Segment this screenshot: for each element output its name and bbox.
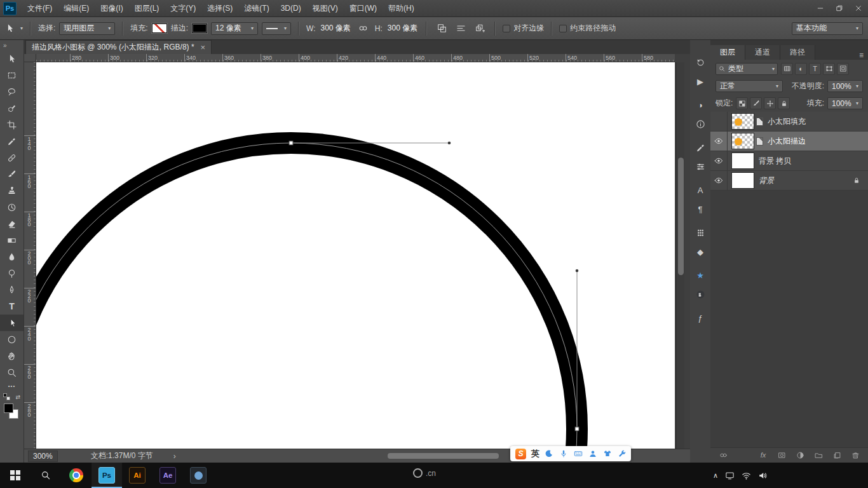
shape-filter-button[interactable] xyxy=(823,63,835,75)
zoom-tool[interactable] xyxy=(0,364,24,381)
eyedropper-tool[interactable] xyxy=(0,133,24,149)
vertical-scrollbar[interactable] xyxy=(676,62,684,449)
panel-tab[interactable]: 通道 xyxy=(745,45,780,60)
layer-visibility-toggle[interactable] xyxy=(710,151,728,170)
layer-thumbnail[interactable] xyxy=(731,133,754,149)
ime-language-indicator[interactable]: 英 xyxy=(531,448,539,459)
link-layers-button[interactable] xyxy=(717,449,729,462)
type-filter-button[interactable]: T xyxy=(809,63,821,75)
network-icon[interactable] xyxy=(742,471,751,480)
behance-panel-icon[interactable] xyxy=(692,286,709,302)
layer-filter-type-dropdown[interactable]: 类型 ▾ xyxy=(715,63,778,75)
skin-icon[interactable] xyxy=(603,449,612,458)
panel-menu-icon[interactable]: ≡ xyxy=(859,51,864,60)
layer-visibility-toggle[interactable] xyxy=(710,171,728,190)
opacity-dropdown[interactable]: 100% ▾ xyxy=(827,80,863,92)
layer-thumbnail[interactable] xyxy=(731,152,754,169)
new-layer-button[interactable] xyxy=(831,449,843,462)
width-input[interactable]: 300 像素 xyxy=(320,23,352,34)
menu-item[interactable]: 窗口(W) xyxy=(344,0,383,17)
new-group-button[interactable] xyxy=(812,449,825,462)
path-operations-button[interactable] xyxy=(434,22,449,36)
menu-item[interactable]: 滤镜(T) xyxy=(238,0,275,17)
move-tool[interactable] xyxy=(0,50,24,67)
glyphs-panel-icon[interactable]: ƒ xyxy=(692,309,709,326)
volume-icon[interactable] xyxy=(758,471,768,480)
adjustment-filter-button[interactable]: ◐ xyxy=(795,63,807,75)
layer-name[interactable]: 背景 xyxy=(759,175,774,186)
layer-row[interactable]: 小太阳填充 xyxy=(710,112,868,132)
character-panel-icon[interactable]: A xyxy=(692,182,709,198)
layer-name[interactable]: 小太阳描边 xyxy=(768,136,806,147)
dev-tool-taskbar-button[interactable] xyxy=(183,463,214,488)
delete-layer-button[interactable] xyxy=(849,449,862,462)
start-taskbar-button[interactable] xyxy=(0,463,31,488)
dodge-tool[interactable] xyxy=(0,265,24,281)
menu-item[interactable]: 文字(Y) xyxy=(165,0,201,17)
constrain-path-checkbox[interactable]: 约束路径拖动 xyxy=(559,23,616,34)
layer-row[interactable]: 背景 xyxy=(710,171,868,191)
lock-all-button[interactable] xyxy=(778,97,790,109)
moon-icon[interactable] xyxy=(545,449,553,458)
toolbox-icon[interactable] xyxy=(618,449,627,458)
properties-panel-icon[interactable] xyxy=(692,158,709,175)
menu-item[interactable]: 选择(S) xyxy=(201,0,238,17)
layer-name[interactable]: 小太阳填充 xyxy=(768,116,806,127)
history-brush-tool[interactable] xyxy=(0,199,24,215)
menu-item[interactable]: 文件(F) xyxy=(22,0,58,17)
pen-tool[interactable] xyxy=(0,281,24,298)
link-dimensions-icon[interactable] xyxy=(356,22,371,36)
menu-item[interactable]: 图像(I) xyxy=(95,0,128,17)
minimize-button[interactable] xyxy=(811,0,830,17)
menu-item[interactable]: 帮助(H) xyxy=(383,0,420,17)
lock-transparency-button[interactable] xyxy=(736,97,748,109)
info-panel-icon[interactable] xyxy=(692,116,709,132)
styles-panel-icon[interactable]: ◆ xyxy=(692,243,709,260)
swap-colors-icon[interactable]: ⇄ xyxy=(15,394,20,400)
pixel-filter-button[interactable] xyxy=(781,63,793,75)
path-arrangement-button[interactable] xyxy=(472,22,487,36)
layer-style-button[interactable]: fx xyxy=(757,449,770,462)
default-colors-icon[interactable] xyxy=(3,393,10,400)
select-mode-dropdown[interactable]: 现用图层 ▾ xyxy=(59,22,115,35)
character-styles-panel-icon[interactable] xyxy=(692,224,709,241)
color-sampler-panel-icon[interactable] xyxy=(692,139,709,156)
restore-button[interactable] xyxy=(830,0,849,17)
quick-select-tool[interactable] xyxy=(0,100,24,116)
adjustment-layer-button[interactable] xyxy=(794,449,806,462)
fill-swatch[interactable] xyxy=(152,24,167,33)
lock-position-button[interactable] xyxy=(764,97,776,109)
status-chevron-icon[interactable]: › xyxy=(173,452,176,461)
horizontal-scrollbar-thumb[interactable] xyxy=(388,453,499,459)
paragraph-panel-icon[interactable]: ¶ xyxy=(692,201,709,217)
panel-tab[interactable]: 图层 xyxy=(710,45,745,60)
chrome-taskbar-button[interactable] xyxy=(61,463,92,488)
layer-row[interactable]: 小太阳描边 xyxy=(710,132,868,151)
menu-item[interactable]: 编辑(E) xyxy=(58,0,95,17)
path-select-tool[interactable] xyxy=(0,315,24,331)
stroke-type-dropdown[interactable]: ▾ xyxy=(262,22,291,35)
tray-expand-icon[interactable]: ∧ xyxy=(713,472,718,479)
fill-dropdown[interactable]: 100% ▾ xyxy=(827,97,863,109)
voice-icon[interactable] xyxy=(559,449,568,458)
menu-item[interactable]: 视图(V) xyxy=(307,0,344,17)
menu-item[interactable]: 3D(D) xyxy=(275,0,307,17)
search-taskbar-button[interactable] xyxy=(31,463,61,488)
hand-tool[interactable] xyxy=(0,348,24,364)
healing-tool[interactable] xyxy=(0,149,24,166)
zoom-level[interactable]: 300% xyxy=(28,451,58,462)
document-tab[interactable]: 描边风格小图标 @ 300% (小太阳描边, RGB/8) * × xyxy=(25,40,212,54)
blur-tool[interactable] xyxy=(0,248,24,265)
layer-name[interactable]: 背景 拷贝 xyxy=(759,156,791,166)
tool-preset-picker[interactable]: ▾ xyxy=(5,24,23,33)
libraries-panel-icon[interactable]: ★ xyxy=(692,267,709,283)
tab-close-icon[interactable]: × xyxy=(201,43,206,52)
account-icon[interactable] xyxy=(588,449,597,458)
layer-visibility-toggle[interactable] xyxy=(710,112,728,131)
panel-tab[interactable]: 路径 xyxy=(780,45,815,60)
display-icon[interactable] xyxy=(725,471,735,480)
smart-filter-button[interactable] xyxy=(837,63,849,75)
sogou-logo[interactable]: S xyxy=(515,449,526,459)
height-input[interactable]: 300 像素 xyxy=(386,23,419,34)
stamp-tool[interactable] xyxy=(0,182,24,199)
